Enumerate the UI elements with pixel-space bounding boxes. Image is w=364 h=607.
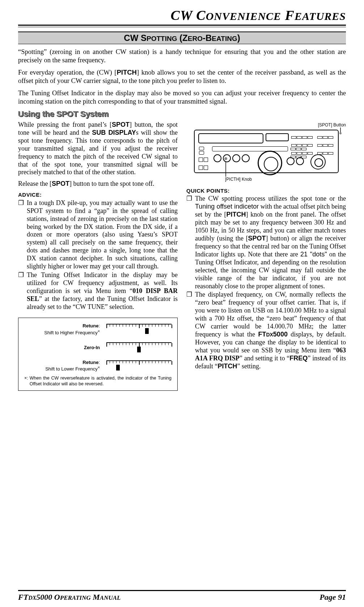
text: ” at the factory, and the Tuning Offset …: [27, 295, 178, 310]
bullet-icon: ❐: [18, 271, 24, 311]
radio-diagram: [SPOT] Button: [194, 122, 346, 180]
quick-point-2: ❐ The displayed frequency, on CW, normal…: [186, 291, 346, 371]
indicator-lower: [106, 360, 172, 371]
text: Zero-In: [84, 345, 100, 350]
rule-thin: [18, 27, 346, 27]
text: The CW spotting process utilizes the spo…: [195, 195, 346, 202]
svg-point-1: [339, 132, 342, 134]
quick-point-1: ❐ The CW spotting process utilizes the s…: [186, 195, 346, 290]
page-footer: FTDX5000 OPERATING MANUAL Page 91: [18, 590, 346, 602]
svg-point-3: [224, 157, 227, 160]
text: ” setting.: [237, 363, 261, 370]
model-name: FTDX5000: [258, 331, 288, 338]
text: 21 "dots": [300, 251, 327, 258]
right-column: [SPOT] Button: [186, 120, 346, 391]
bullet-icon: ❐: [186, 195, 192, 290]
indicator-note: ×: When the CW reversefeature is activat…: [24, 376, 172, 387]
advice-bullet-2: ❐ The Tuning Offset Indicator in the dis…: [18, 271, 178, 311]
text: Shift to Higher Frequency: [44, 330, 97, 335]
retune-higher-label: Retune: Shift to Higher Frequency×: [44, 323, 100, 336]
spot-button-label: SPOT: [52, 180, 69, 187]
tuning-indicator-box: Retune: Shift to Higher Frequency× Zero-…: [18, 318, 178, 391]
bullet-text: The CW spotting process utilizes the spo…: [195, 195, 346, 290]
page-number: Page 91: [319, 593, 346, 602]
rule-thick: [18, 25, 346, 26]
text: Retune: [82, 360, 98, 365]
chapter-title: CW CONVENIENCE FEATURES: [18, 7, 346, 23]
text: ] button to turn the spot tone off.: [69, 180, 155, 187]
left-column: While pressing the front panel’s [SPOT] …: [18, 120, 178, 391]
indicator-higher: [106, 324, 172, 335]
pitch-knob-callout: [PICTH] Knob: [225, 177, 252, 182]
advice-heading: ADVICE:: [18, 192, 178, 198]
text: ” and setting it to “: [240, 355, 289, 362]
spot-label: SPOT: [248, 235, 266, 242]
text: Release the [: [18, 180, 52, 187]
text: Tuning offset indicetor: [195, 203, 259, 210]
intro-p1: “Spotting” (zeroing in on another CW sta…: [18, 48, 346, 64]
pitch-knob-label: PITCH: [117, 68, 137, 76]
retune-lower-label: Retune: Shift to Lower Frequency×: [45, 360, 100, 372]
callout-lines: [194, 122, 346, 184]
bullet-text: The displayed frequency, on CW, normally…: [195, 291, 346, 371]
quick-points-heading: QUICK POINTS:: [186, 188, 346, 194]
bullet-text: In a tough DX pile-up, you may actually …: [27, 199, 178, 271]
sub-display-label: SUB DISPLAY: [92, 129, 136, 136]
spot-button-label: SPOT: [112, 121, 130, 128]
indicator-zero: [106, 342, 172, 353]
zero-in-label: Zero-In: [84, 345, 100, 351]
text: For everyday operation, the (CW) [: [18, 69, 117, 76]
text: Shift to Lower Frequency: [45, 366, 98, 372]
text: While pressing the front panel’s [: [18, 121, 112, 128]
note-text: When the CW reversefeature is activated,…: [30, 376, 172, 387]
advice-bullet-1: ❐ In a tough DX pile-up, you may actuall…: [18, 199, 178, 271]
text: Retune: [82, 323, 98, 328]
note-symbol: ×:: [24, 376, 28, 387]
section-heading: CW SPOTTING (ZERO-BEATING): [18, 32, 346, 44]
bullet-text: The Tuning Offset Indicator in the displ…: [27, 271, 178, 311]
freq-label: FREQ: [289, 355, 308, 362]
manual-title: FTDX5000 OPERATING MANUAL: [18, 593, 120, 602]
subheading-using-spot: Using the SPOT System: [18, 109, 346, 119]
bullet-icon: ❐: [18, 199, 24, 271]
pitch-label: PITCH: [217, 363, 237, 370]
intro-p2: For everyday operation, the (CW) [PITCH]…: [18, 68, 346, 85]
pitch-label: PITCH: [226, 211, 246, 218]
bullet-icon: ❐: [186, 291, 192, 371]
intro-p3: The Tuning Offset Indicator in the displ…: [18, 89, 346, 106]
